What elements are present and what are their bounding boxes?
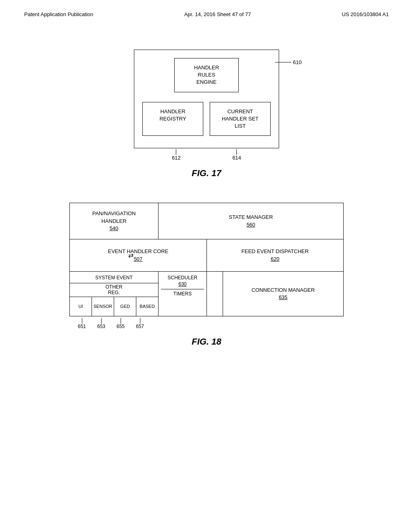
handler-rules-engine-box: HANDLER RULES ENGINE xyxy=(174,58,239,92)
ref-612: 612 xyxy=(172,155,181,161)
fig17-container: HANDLER RULES ENGINE HANDLER REGISTRY CU… xyxy=(0,50,413,179)
spacer-col xyxy=(207,272,223,316)
state-manager-cell: STATE MANAGER 560 xyxy=(159,203,343,239)
ref-657: 657 xyxy=(136,324,144,329)
fig18-row2: EVENT HANDLER CORE 507 ⇄ FEED EVENT DISP… xyxy=(70,239,343,272)
fig18-row1: PAN/NAVIGATION HANDLER 540 STATE MANAGER… xyxy=(70,203,343,239)
ref-653: 653 xyxy=(97,324,105,329)
ref-655: 655 xyxy=(117,324,125,329)
system-event-label: SYSTEM EVENT xyxy=(70,272,158,283)
fig18-caption: FIG. 18 xyxy=(192,337,221,347)
fig18-row3: SYSTEM EVENT OTHER REG. UI SENSOR GED xyxy=(70,272,343,316)
system-event-subcells: UI SENSOR GED BASED xyxy=(70,297,158,316)
current-handler-set-list-box: CURRENT HANDLER SET LIST xyxy=(210,102,271,136)
ref-614: 614 xyxy=(232,155,241,161)
scheduler-section: SCHEDULER 630 TIMERS xyxy=(159,272,207,316)
page-header: Patent Application Publication Apr. 14, … xyxy=(0,0,413,17)
event-handler-core-cell: EVENT HANDLER CORE 507 xyxy=(70,239,207,271)
header-right: US 2016/103804 A1 xyxy=(342,11,389,17)
header-middle: Apr. 14, 2016 Sheet 47 of 77 xyxy=(184,11,251,17)
fig18-outer-box: PAN/NAVIGATION HANDLER 540 STATE MANAGER… xyxy=(69,203,344,316)
based-cell: BASED xyxy=(136,297,158,316)
ref-651: 651 xyxy=(78,324,86,329)
ui-cell: UI xyxy=(70,297,92,316)
sensor-cell: SENSOR xyxy=(92,297,114,316)
fig18-container: PAN/NAVIGATION HANDLER 540 STATE MANAGER… xyxy=(0,203,413,347)
system-event-section: SYSTEM EVENT OTHER REG. UI SENSOR GED xyxy=(70,272,159,316)
ref-610: 610 xyxy=(293,59,302,65)
connection-manager-cell: CONNECTION MANAGER 635 xyxy=(223,272,343,316)
fig17-bottom-row: HANDLER REGISTRY CURRENT HANDLER SET LIS… xyxy=(142,102,271,136)
handler-registry-box: HANDLER REGISTRY xyxy=(142,102,203,136)
fig17-caption: FIG. 17 xyxy=(192,168,221,179)
fig17-outer-box: HANDLER RULES ENGINE HANDLER REGISTRY CU… xyxy=(134,50,279,148)
pan-navigation-handler-cell: PAN/NAVIGATION HANDLER 540 xyxy=(70,203,159,239)
handler-rules-engine-label: HANDLER xyxy=(194,64,219,71)
ged-cell: GED xyxy=(114,297,136,316)
header-left: Patent Application Publication xyxy=(24,11,93,17)
scheduler-timers: TIMERS xyxy=(161,289,204,297)
feed-event-dispatcher-cell: FEED EVENT DISPATCHER 620 xyxy=(207,239,343,271)
